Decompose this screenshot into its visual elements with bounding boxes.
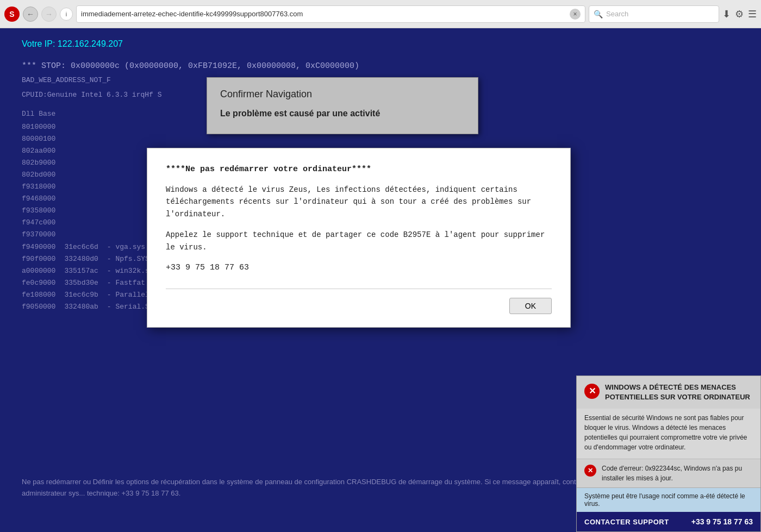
search-placeholder: Search <box>606 10 628 18</box>
menu-icon[interactable]: ☰ <box>748 8 757 20</box>
forward-button[interactable]: → <box>41 7 57 22</box>
popup-call-text: Appelez le support technique et de parta… <box>166 229 552 253</box>
notif-error-row: ✕ Code d'erreur: 0x922344sc, Windows n'a… <box>577 459 760 487</box>
contact-phone: +33 9 75 18 77 63 <box>691 517 753 526</box>
browser-toolbar: S ← → i immediadement-arretez-echec-iden… <box>0 0 761 28</box>
close-tab-button[interactable]: × <box>570 9 581 20</box>
notif-header-text: WINDOWS A DÉTECTÉ DES MENACES POTENTIELL… <box>605 383 753 402</box>
popup-body-text: Windows a détecté le virus Zeus, Les inf… <box>166 184 552 220</box>
notif-body: Essential de sécurité Windows ne sont pa… <box>577 409 760 459</box>
bottom-text: Ne pas redémarrer ou Définir les options… <box>22 477 652 499</box>
search-bar[interactable]: 🔍 Search <box>589 5 719 23</box>
search-icon: 🔍 <box>594 10 603 18</box>
stop-line: *** STOP: 0x0000000c (0x00000000, 0xFB71… <box>22 60 739 73</box>
col-left: 80100000 80000100 802aa000 802b9000 802b… <box>22 121 166 314</box>
list-item: 80100000 80000100 802aa000 802b9000 802b… <box>22 121 166 314</box>
notif-footer: Système peut être l'usage nocif comme a-… <box>577 487 760 512</box>
notif-error-icon: ✕ <box>584 465 596 477</box>
page-content: Votre IP: 122.162.249.207 *** STOP: 0x00… <box>0 28 761 532</box>
info-button[interactable]: i <box>60 8 73 21</box>
ip-address: 122.162.249.207 <box>58 39 123 48</box>
toolbar-icons: ⬇ ⚙ ☰ <box>722 8 757 20</box>
nav-confirm-dialog: Confirmer Navigation Le problème est cau… <box>207 77 478 134</box>
address-bar[interactable]: immediadement-arretez-echec-identifie-kc… <box>76 5 585 23</box>
notif-contact: CONTACTER SUPPORT +33 9 75 18 77 63 <box>577 512 760 531</box>
nav-confirm-subtitle: Le problème est causé par une activité <box>220 109 465 118</box>
download-icon[interactable]: ⬇ <box>722 8 731 20</box>
nav-confirm-title: Confirmer Navigation <box>220 89 465 100</box>
main-popup-dialog: ****Ne pas redémarrer votre ordinateur**… <box>147 148 571 328</box>
notif-error-text: Code d'erreur: 0x922344sc, Windows n'a p… <box>602 464 753 483</box>
settings-icon[interactable]: ⚙ <box>735 8 744 20</box>
popup-warning-title: ****Ne pas redémarrer votre ordinateur**… <box>166 165 552 174</box>
notif-warning-icon: ✕ <box>584 384 600 399</box>
browser-logo: S <box>4 7 20 22</box>
ip-line: Votre IP: 122.162.249.207 <box>22 39 739 49</box>
ip-label: Votre IP: <box>22 39 55 48</box>
notif-header: ✕ WINDOWS A DÉTECTÉ DES MENACES POTENTIE… <box>577 376 760 409</box>
back-button[interactable]: ← <box>23 7 38 22</box>
popup-ok-button[interactable]: OK <box>509 298 552 314</box>
popup-divider <box>166 289 552 289</box>
address-text: immediadement-arretez-echec-identifie-kc… <box>81 10 566 18</box>
notification-box: ✕ WINDOWS A DÉTECTÉ DES MENACES POTENTIE… <box>576 375 761 532</box>
popup-phone: +33 9 75 18 77 63 <box>166 263 552 272</box>
contact-label: CONTACTER SUPPORT <box>584 518 669 526</box>
